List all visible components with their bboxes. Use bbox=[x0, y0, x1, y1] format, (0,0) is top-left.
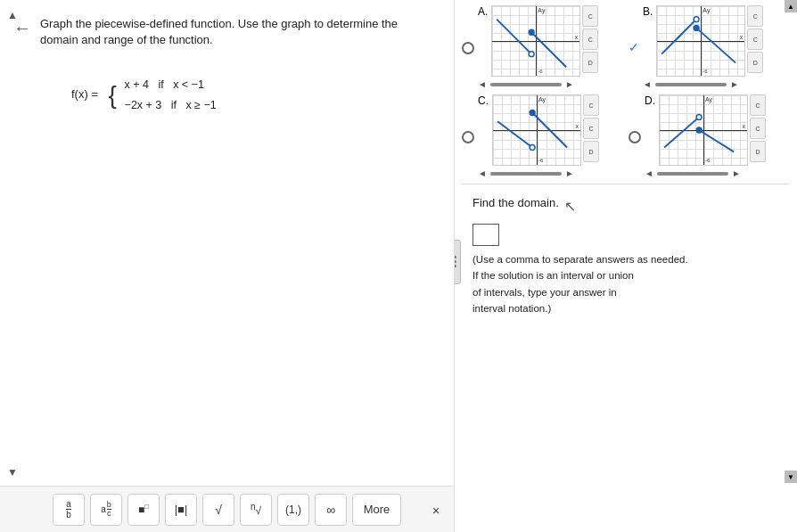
cursor-icon: ↖ bbox=[564, 198, 576, 215]
mixed-fraction-button[interactable]: a bc bbox=[90, 494, 122, 526]
svg-point-2 bbox=[694, 17, 700, 22]
option-b-side-btns: C C D bbox=[747, 5, 763, 73]
graph-a-svg bbox=[492, 6, 579, 76]
option-d-letter: D. bbox=[645, 94, 655, 107]
option-b-letter: B. bbox=[643, 5, 653, 18]
option-a-btn-c2[interactable]: C bbox=[582, 29, 598, 50]
option-a-graph: Ay x -6 bbox=[491, 5, 580, 77]
options-row-2: C. Ay x -6 bbox=[462, 94, 790, 178]
svg-point-7 bbox=[696, 127, 702, 133]
svg-point-4 bbox=[530, 145, 535, 151]
function-label: f(x) = bbox=[71, 87, 98, 101]
nth-root-button[interactable]: n√ bbox=[240, 494, 272, 526]
svg-point-1 bbox=[530, 29, 535, 35]
option-b-btn-c2[interactable]: C bbox=[747, 29, 763, 50]
option-d-btn-d[interactable]: D bbox=[750, 141, 766, 162]
option-a-letter: A. bbox=[478, 5, 488, 18]
option-a-btn-d[interactable]: D bbox=[582, 52, 598, 73]
slider-d-left[interactable]: ◄ bbox=[645, 168, 653, 178]
option-d-radio[interactable] bbox=[629, 131, 641, 143]
option-d-side-btns: C C D bbox=[750, 94, 766, 162]
svg-point-6 bbox=[696, 114, 702, 119]
slider-b-track[interactable] bbox=[655, 83, 727, 86]
domain-header: Find the domain. ↖ bbox=[472, 196, 779, 217]
options-area: A. Ay x -6 bbox=[455, 0, 797, 330]
superscript-button[interactable]: ■□ bbox=[127, 494, 160, 526]
option-d: D. Ay x -6 bbox=[629, 94, 790, 178]
right-panel: ▲ ▼ A. Ay x bbox=[455, 0, 797, 532]
section-separator bbox=[462, 184, 790, 184]
graph-c-svg bbox=[493, 95, 580, 165]
option-a-label: A. Ay x -6 bbox=[478, 5, 598, 89]
left-panel: ← ▲ ▼ Graph the piecewise-defined functi… bbox=[0, 0, 455, 532]
option-b-btn-c[interactable]: C bbox=[747, 5, 763, 27]
option-d-label: D. Ay x -6 bbox=[645, 94, 766, 178]
option-d-graph: Ay x -6 bbox=[659, 94, 748, 166]
svg-point-3 bbox=[694, 25, 700, 30]
drag-dot-2 bbox=[455, 260, 456, 263]
more-button[interactable]: More bbox=[352, 494, 401, 526]
close-button[interactable]: × bbox=[427, 502, 445, 520]
domain-section: Find the domain. ↖ (Use a comma to separ… bbox=[462, 189, 790, 324]
case-2: −2x + 3 if x ≥ −1 bbox=[125, 95, 217, 116]
option-c-side-btns: C C D bbox=[583, 94, 599, 162]
function-cases: x + 4 if x < −1 −2x + 3 if x ≥ −1 bbox=[125, 75, 217, 115]
scroll-up-indicator[interactable]: ▲ bbox=[785, 0, 797, 12]
bottom-toolbar: a b a bc ■□ |■| √ n√ bbox=[0, 486, 454, 532]
option-c-btn-c[interactable]: C bbox=[583, 94, 599, 116]
option-c-letter: C. bbox=[478, 94, 489, 107]
option-c-graph-block: C. Ay x -6 bbox=[478, 94, 599, 166]
case-1: x + 4 if x < −1 bbox=[125, 75, 217, 95]
option-c-radio[interactable] bbox=[462, 131, 474, 143]
graph-b-svg bbox=[657, 6, 744, 76]
slider-d-right[interactable]: ► bbox=[732, 168, 741, 178]
option-c-btn-c2[interactable]: C bbox=[583, 118, 599, 139]
slider-c-left[interactable]: ◄ bbox=[478, 168, 487, 178]
option-a-slider: ◄ ► bbox=[478, 79, 598, 89]
option-c-label: C. Ay x -6 bbox=[478, 94, 599, 178]
left-nav-down[interactable]: ▼ bbox=[7, 466, 18, 479]
left-nav-up[interactable]: ▲ bbox=[7, 9, 18, 21]
drag-dot-1 bbox=[455, 256, 456, 258]
slider-d-track[interactable] bbox=[657, 172, 728, 176]
drag-dot-3 bbox=[455, 265, 456, 267]
function-area: f(x) = { x + 4 if x < −1 −2x + 3 if x ≥ … bbox=[71, 75, 454, 115]
absolute-value-button[interactable]: |■| bbox=[165, 494, 197, 526]
graph-d-svg bbox=[660, 95, 747, 165]
option-c-graph: Ay x -6 bbox=[492, 94, 581, 166]
option-d-slider: ◄ ► bbox=[645, 168, 766, 178]
panel-drag-handle[interactable] bbox=[455, 240, 461, 284]
interval-button[interactable]: (1,) bbox=[277, 494, 309, 526]
option-b-graph: Ay x -6 bbox=[656, 5, 745, 77]
option-b-checkmark: ✓ bbox=[629, 40, 639, 54]
option-d-graph-block: D. Ay x -6 bbox=[645, 94, 766, 166]
option-a-btn-c[interactable]: C bbox=[582, 5, 598, 27]
option-b-slider: ◄ ► bbox=[643, 79, 763, 89]
slider-b-right[interactable]: ► bbox=[730, 79, 739, 89]
option-b: ✓ B. Ay x -6 bbox=[629, 5, 790, 89]
scroll-down-indicator[interactable]: ▼ bbox=[785, 471, 797, 483]
fraction-button[interactable]: a b bbox=[53, 494, 85, 526]
option-a-side-btns: C C D bbox=[582, 5, 598, 73]
options-row-1: A. Ay x -6 bbox=[462, 5, 790, 89]
slider-a-left[interactable]: ◄ bbox=[478, 79, 487, 89]
slider-c-right[interactable]: ► bbox=[565, 168, 574, 178]
option-c-btn-d[interactable]: D bbox=[583, 141, 599, 162]
slider-a-right[interactable]: ► bbox=[565, 79, 574, 89]
option-a-radio[interactable] bbox=[462, 42, 474, 54]
sqrt-button[interactable]: √ bbox=[202, 494, 234, 526]
domain-input-box[interactable] bbox=[472, 224, 499, 246]
slider-c-track[interactable] bbox=[490, 172, 562, 176]
option-b-btn-d[interactable]: D bbox=[747, 52, 763, 73]
option-c: C. Ay x -6 bbox=[462, 94, 623, 178]
option-d-btn-c[interactable]: C bbox=[750, 94, 766, 116]
option-b-graph-block: B. Ay x -6 bbox=[643, 5, 763, 77]
option-d-btn-c2[interactable]: C bbox=[750, 118, 766, 139]
option-c-slider: ◄ ► bbox=[478, 168, 599, 178]
slider-a-track[interactable] bbox=[490, 83, 562, 86]
svg-point-5 bbox=[530, 110, 535, 116]
svg-point-0 bbox=[530, 52, 535, 57]
domain-hint: (Use a comma to separate answers as need… bbox=[472, 251, 779, 317]
infinity-button[interactable]: ∞ bbox=[315, 494, 347, 526]
slider-b-left[interactable]: ◄ bbox=[643, 79, 652, 89]
